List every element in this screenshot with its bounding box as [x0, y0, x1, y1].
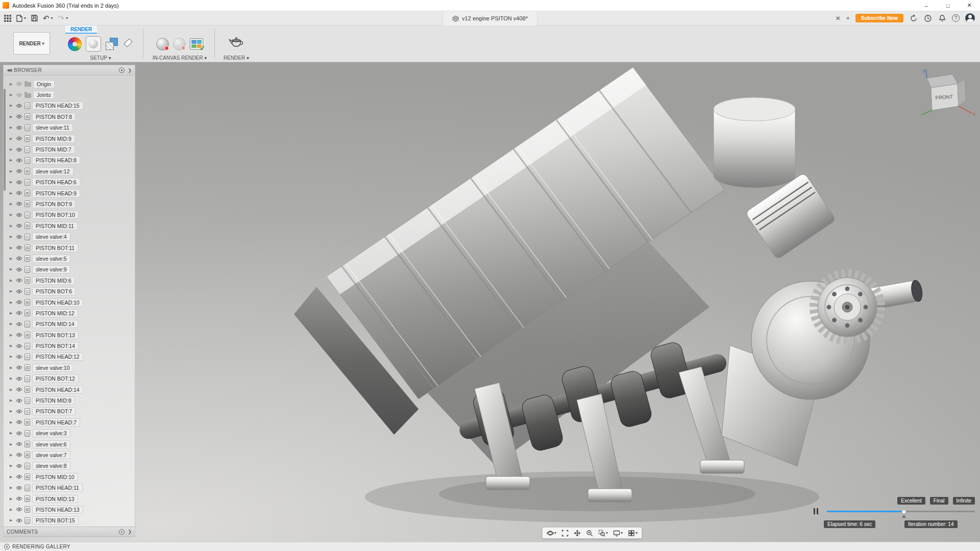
undo-icon[interactable]: ↶: [43, 14, 53, 22]
visibility-eye-icon[interactable]: [16, 114, 22, 119]
tree-item-label[interactable]: PISTON MID:6: [32, 277, 75, 285]
subscribe-now-button[interactable]: Subscribe Now: [855, 14, 903, 22]
render-group-label[interactable]: RENDER ▾: [224, 55, 249, 61]
visibility-eye-icon[interactable]: [16, 464, 22, 468]
visibility-eye-icon[interactable]: [16, 333, 22, 337]
quality-badge-final[interactable]: Final: [930, 497, 948, 505]
expand-caret-icon[interactable]: ▶: [10, 366, 14, 370]
expand-caret-icon[interactable]: ▶: [10, 213, 14, 217]
tree-item-label[interactable]: PISTON HEAD:9: [32, 189, 80, 197]
tree-item-label[interactable]: PISTON BOT:7: [32, 407, 76, 415]
expand-caret-icon[interactable]: ▶: [10, 377, 14, 381]
browser-tree-item[interactable]: ▶ PISTON HEAD:10: [4, 297, 135, 308]
expand-caret-icon[interactable]: ▶: [10, 235, 14, 239]
expand-caret-icon[interactable]: ▶: [10, 453, 14, 457]
expand-caret-icon[interactable]: ▶: [10, 267, 14, 271]
tree-item-label[interactable]: PISTON HEAD:12: [32, 353, 83, 361]
app-grid-icon[interactable]: [4, 15, 11, 22]
visibility-eye-icon[interactable]: [16, 300, 22, 305]
tree-item-label[interactable]: PISTON HEAD:6: [32, 178, 80, 186]
expand-caret-icon[interactable]: ▶: [10, 169, 14, 173]
visibility-eye-icon[interactable]: [16, 453, 22, 457]
browser-tree-item[interactable]: ▶ PISTON HEAD:14: [4, 384, 135, 395]
tree-item-label[interactable]: PISTON BOT:9: [32, 200, 76, 208]
document-tab[interactable]: v12 engine PSITON v408*: [443, 11, 537, 26]
visibility-eye-icon[interactable]: [16, 311, 22, 315]
rendering-gallery-label[interactable]: RENDERING GALLERY: [12, 544, 70, 549]
incanvas-render-group-label[interactable]: IN-CANVAS RENDER ▾: [153, 55, 207, 61]
tree-item-label[interactable]: PISTON HEAD:13: [32, 506, 83, 514]
zoom-icon[interactable]: [584, 529, 595, 538]
visibility-eye-icon[interactable]: [16, 126, 22, 130]
expand-caret-icon[interactable]: ▶: [10, 224, 14, 228]
browser-tree-item[interactable]: ▶ PISTON MID:14: [4, 319, 135, 330]
tree-item-label[interactable]: PISTON MID:9: [32, 135, 75, 143]
visibility-eye-icon[interactable]: [16, 223, 22, 228]
expand-caret-icon[interactable]: ▶: [10, 497, 14, 501]
browser-tree-item[interactable]: ▶ PISTON MID:6: [4, 275, 135, 286]
browser-tree-item[interactable]: ▶ PISTON HEAD:8: [4, 155, 135, 166]
browser-tree-item[interactable]: ▶ Origin: [4, 79, 135, 89]
tree-item-label[interactable]: PISTON BOT:11: [32, 244, 78, 252]
visibility-eye-icon[interactable]: [16, 409, 22, 414]
tree-item-label[interactable]: PISTON MID:7: [32, 145, 75, 154]
capture-image-icon[interactable]: ✓: [190, 38, 203, 49]
expand-caret-icon[interactable]: ▶: [10, 442, 14, 446]
browser-tree-item[interactable]: ▶ PISTON BOT:8: [4, 111, 135, 122]
tree-item-label[interactable]: PISTON MID:12: [32, 309, 78, 317]
decal-icon[interactable]: [122, 37, 134, 51]
expand-caret-icon[interactable]: ▶: [10, 126, 14, 130]
expand-caret-icon[interactable]: ▶: [10, 420, 14, 424]
tree-item-label[interactable]: sleve valve:5: [32, 255, 70, 263]
slider-handle[interactable]: [901, 509, 906, 514]
file-menu-icon[interactable]: [16, 15, 26, 22]
help-icon[interactable]: ?: [952, 14, 960, 22]
fit-view-icon[interactable]: [559, 529, 571, 538]
tree-item-label[interactable]: sleve valve:6: [32, 440, 70, 448]
expand-caret-icon[interactable]: ▶: [10, 115, 14, 119]
browser-tree-item[interactable]: ▶ PISTON BOT:14: [4, 340, 135, 351]
expand-caret-icon[interactable]: ▶: [10, 147, 14, 152]
expand-caret-icon[interactable]: ▶: [10, 398, 14, 403]
browser-tree-item[interactable]: ▶ PISTON MID:9: [4, 133, 135, 144]
browser-tree-item[interactable]: ▶ sleve valve:12: [4, 166, 135, 177]
browser-tree-item[interactable]: ▶ PISTON BOT:9: [4, 198, 135, 209]
incanvas-render-icon[interactable]: [156, 38, 169, 51]
visibility-eye-icon[interactable]: [16, 158, 22, 163]
tree-item-label[interactable]: PISTON BOT:6: [32, 287, 76, 295]
tree-item-label[interactable]: PISTON HEAD:10: [32, 298, 83, 307]
browser-tree-item[interactable]: ▶ PISTON BOT:12: [4, 373, 135, 384]
tree-item-label[interactable]: PISTON MID:10: [32, 473, 78, 481]
collapse-panel-icon[interactable]: ◀◀: [7, 68, 11, 72]
visibility-eye-icon[interactable]: [16, 245, 22, 250]
user-avatar[interactable]: [965, 13, 975, 23]
expand-caret-icon[interactable]: ▶: [10, 279, 14, 283]
tree-item-label[interactable]: sleve valve:7: [32, 451, 70, 459]
pan-icon[interactable]: [572, 529, 583, 538]
tree-item-label[interactable]: PISTON HEAD:7: [32, 418, 80, 427]
tree-item-label[interactable]: PISTON HEAD:11: [32, 484, 83, 492]
visibility-eye-icon[interactable]: [16, 431, 22, 436]
tree-item-label[interactable]: sleve valve:12: [32, 167, 74, 176]
visibility-eye-icon[interactable]: [16, 104, 22, 108]
browser-tree-item[interactable]: ▶ PISTON BOT:15: [4, 515, 135, 526]
expand-caret-icon[interactable]: ▶: [10, 191, 14, 195]
expand-panel-icon[interactable]: ❯: [128, 68, 132, 73]
tree-item-label[interactable]: sleve valve:11: [32, 123, 73, 132]
visibility-eye-icon[interactable]: [16, 518, 22, 523]
tree-item-label[interactable]: PISTON BOT:14: [32, 342, 79, 350]
expand-caret-icon[interactable]: ▶: [10, 322, 14, 326]
visibility-eye-icon[interactable]: [16, 169, 22, 173]
browser-tree-item[interactable]: ▶ PISTON HEAD:7: [4, 417, 135, 428]
save-icon[interactable]: [31, 15, 38, 21]
browser-tree-item[interactable]: ▶ sleve valve:4: [4, 231, 135, 242]
expand-caret-icon[interactable]: ▶: [10, 300, 14, 305]
incanvas-render-stop-icon[interactable]: [173, 38, 186, 51]
expand-caret-icon[interactable]: ▶: [10, 486, 14, 490]
browser-tree-item[interactable]: ▶ sleve valve:8: [4, 461, 135, 471]
notifications-bell-icon[interactable]: [938, 14, 946, 22]
tree-item-label[interactable]: sleve valve:8: [32, 462, 70, 470]
visibility-eye-icon[interactable]: [16, 267, 22, 272]
browser-tree-item[interactable]: ▶ Joints: [4, 89, 135, 100]
browser-tree-item[interactable]: ▶ PISTON MID:13: [4, 493, 135, 504]
